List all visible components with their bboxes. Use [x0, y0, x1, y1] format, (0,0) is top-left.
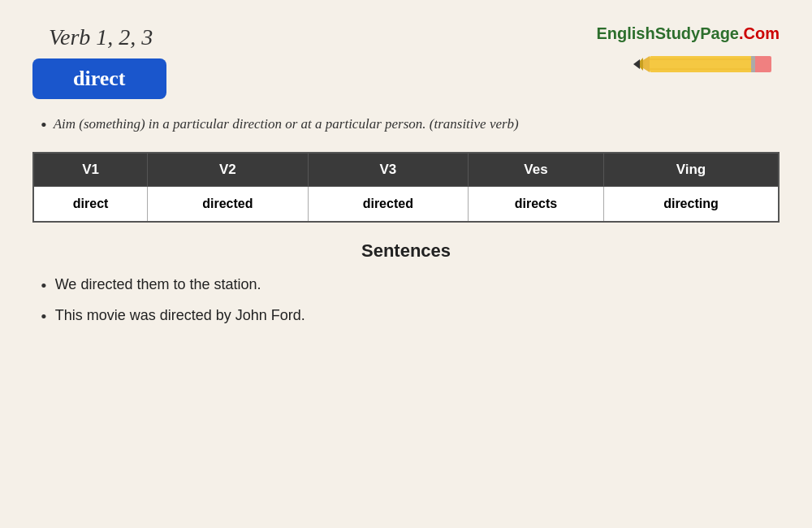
definition-text: Aim (something) in a particular directio… [54, 114, 519, 135]
logo-text: EnglishStudyPage.Com [596, 24, 780, 43]
table-header-v1: V1 [33, 153, 148, 187]
verb-title: Verb 1, 2, 3 [49, 24, 153, 50]
table-cell-v1: direct [33, 186, 148, 222]
page-container: Verb 1, 2, 3 direct EnglishStudyPage.Com [0, 0, 812, 528]
table-cell-ving: directing [603, 186, 779, 222]
table-cell-ves: directs [469, 186, 604, 222]
sentence-item-2: • This movie was directed by John Ford. [32, 305, 780, 329]
verb-word-button: direct [32, 58, 166, 99]
logo-main: EnglishStudyPage [596, 24, 739, 42]
logo-com: .Com [739, 24, 780, 42]
sentences-section: Sentences • We directed them to the stat… [32, 240, 780, 329]
sentence-item-1: • We directed them to the station. [32, 275, 780, 298]
svg-rect-0 [650, 56, 755, 72]
definition-bullet: • Aim (something) in a particular direct… [41, 114, 780, 137]
table-header-row: V1 V2 V3 Ves Ving [33, 153, 779, 187]
svg-rect-2 [751, 56, 755, 72]
header-area: Verb 1, 2, 3 direct EnglishStudyPage.Com [32, 24, 780, 99]
table-cell-v3: directed [308, 186, 468, 222]
sentence-bullet-icon-2: • [41, 305, 47, 329]
verb-section: Verb 1, 2, 3 direct [32, 24, 166, 99]
table-row: direct directed directed directs directi… [33, 186, 779, 222]
verb-table: V1 V2 V3 Ves Ving direct directed direct… [32, 152, 780, 223]
table-header-ves: Ves [469, 153, 604, 187]
pencil-illustration [633, 48, 780, 84]
sentence-text-1: We directed them to the station. [55, 275, 261, 295]
sentence-bullet-icon-1: • [41, 275, 47, 298]
svg-rect-1 [754, 56, 771, 72]
table-header-ving: Ving [603, 153, 779, 187]
logo-area: EnglishStudyPage.Com [596, 24, 780, 84]
sentence-text-2: This movie was directed by John Ford. [55, 305, 305, 326]
svg-marker-5 [633, 59, 640, 69]
definition-area: • Aim (something) in a particular direct… [32, 114, 780, 137]
bullet-icon: • [41, 114, 47, 137]
table-cell-v2: directed [148, 186, 308, 222]
table-header-v2: V2 [148, 153, 308, 187]
sentences-title: Sentences [32, 240, 780, 262]
table-header-v3: V3 [308, 153, 468, 187]
